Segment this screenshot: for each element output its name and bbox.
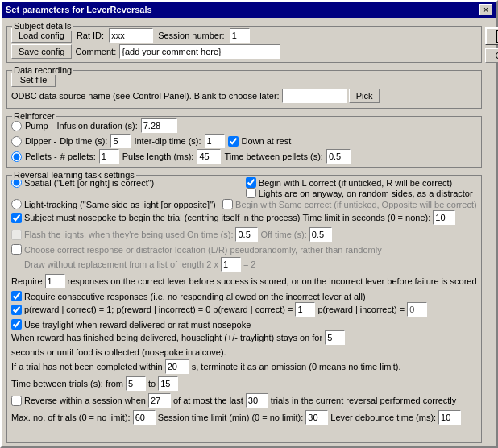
left-column: Subject details Load config Rat ID: Sess… (6, 21, 482, 443)
time-between-from-input[interactable] (126, 376, 146, 391)
dip-time-input[interactable] (110, 134, 131, 148)
off-time-label: Off time (s): (260, 230, 306, 239)
reverse-within-checkbox[interactable] (11, 396, 22, 406)
close-button[interactable]: × (479, 4, 492, 15)
session-number-label: Session number: (158, 31, 225, 40)
rat-id-input[interactable] (109, 28, 153, 43)
odbc-row: ODBC data source name (see Control Panel… (11, 89, 477, 103)
infusion-duration-input[interactable] (141, 118, 177, 133)
consecutive-checkbox[interactable] (11, 291, 22, 301)
pick-button[interactable]: Pick (349, 89, 380, 103)
set-file-row: Set file (11, 73, 477, 87)
p-reward-incorrect-input[interactable] (407, 302, 427, 317)
save-config-button[interactable]: Save config (11, 44, 72, 59)
time-between-pellets-input[interactable] (326, 149, 351, 164)
right-column: OK Cancel (485, 21, 498, 443)
ok-button[interactable]: OK (485, 27, 498, 45)
p-reward-correct-input[interactable] (295, 302, 315, 317)
num-pellets-input[interactable] (99, 149, 119, 164)
lights-on-checkbox[interactable] (246, 188, 256, 198)
inter-dip-input[interactable] (205, 134, 225, 148)
odbc-input[interactable] (282, 89, 347, 103)
infusion-duration-label: Infusion duration (s): (56, 121, 137, 131)
window-title: Set parameters for LeverReversals (6, 5, 152, 15)
session-number-input[interactable] (230, 28, 250, 43)
consecutive-label: Require consecutive responses (i.e. no r… (24, 292, 366, 301)
bottom-settings-row: Max. no. of trials (0 = no limit): Sessi… (11, 410, 477, 425)
data-recording-group: Data recording Set file ODBC data source… (6, 70, 482, 109)
draw-without-label: Draw without replacement from a list of … (24, 259, 218, 269)
flash-lights-checkbox[interactable] (11, 230, 22, 240)
houselight-input[interactable] (325, 330, 345, 345)
pump-label: Pump - (25, 121, 53, 131)
begin-same-correct-label: Begin with Same correct (if unticked, Op… (235, 200, 477, 209)
flash-lights-label: Flash the lights, when they're being use… (24, 230, 185, 239)
pulse-length-label: Pulse length (ms): (122, 151, 194, 161)
begin-l-correct-checkbox[interactable] (246, 177, 256, 188)
pulse-length-input[interactable] (197, 149, 221, 164)
subject-row1: Load config Rat ID: Session number: (11, 28, 477, 43)
traylight-row: Use traylight when reward delivered or r… (11, 319, 477, 330)
debounce-input[interactable] (438, 410, 461, 425)
comment-label: Comment: (75, 47, 116, 56)
reversal-label: Reversal learning task settings (12, 170, 136, 180)
omission-suffix: s, terminate it as an omission (0 means … (192, 362, 401, 371)
nosepoke-row: Subject must nosepoke to begin the trial… (11, 210, 477, 225)
choose-correct-row: Choose correct response or distractor lo… (11, 244, 477, 255)
houselight-suffix: seconds or until food is collected (nose… (11, 347, 226, 357)
ok-btn-wrapper: OK (485, 27, 498, 45)
max-trials-input[interactable] (133, 410, 156, 425)
odbc-label: ODBC data source name (see Control Panel… (11, 91, 280, 101)
reverse-most-input[interactable] (246, 393, 268, 408)
pump-radio[interactable] (11, 121, 22, 131)
begin-same-correct-row: Begin with Same correct (if unticked, Op… (222, 199, 477, 209)
time-between-to-input[interactable] (158, 376, 178, 391)
p-reward-row: p(reward | correct) = 1; p(reward | inco… (11, 302, 477, 317)
flash-lights-row: Flash the lights, when they're being use… (11, 227, 477, 242)
require-input[interactable] (45, 274, 65, 288)
reinforcer-group: Reinforcer Pump - Infusion duration (s):… (6, 116, 482, 168)
session-time-input[interactable] (305, 410, 328, 425)
choose-correct-label: Choose correct response or distractor lo… (24, 245, 382, 255)
omission-input[interactable] (165, 359, 189, 374)
houselight-row: When reward has finished being delivered… (11, 330, 477, 345)
off-time-input[interactable] (309, 227, 332, 242)
reversal-top-row: Spatial ("Left [or right] is correct") B… (11, 177, 477, 198)
light-tracking-radio[interactable] (11, 199, 22, 209)
main-content: Subject details Load config Rat ID: Sess… (2, 18, 496, 446)
lights-on-row: Lights are on anyway, on random sides, a… (246, 188, 477, 198)
reversal-right: Begin with L correct (if unticked, R wil… (246, 177, 477, 198)
nosepoke-checkbox[interactable] (11, 213, 22, 223)
pump-row: Pump - Infusion duration (s): (11, 118, 477, 133)
begin-same-correct-checkbox[interactable] (222, 199, 233, 209)
reverse-when-input[interactable] (148, 393, 171, 408)
reverse-suffix: trials in the current reversal performed… (271, 396, 456, 405)
pellets-radio[interactable] (11, 151, 22, 162)
light-tracking-radio-row: Light-tracking ("Same side as light [or … (11, 199, 219, 209)
require-label: Require (11, 276, 43, 286)
down-at-rest-label: Down at rest (242, 136, 292, 146)
draw-equals: = 2 (243, 259, 256, 269)
down-at-rest-checkbox[interactable] (228, 136, 239, 147)
main-window: Set parameters for LeverReversals × Subj… (0, 0, 498, 448)
p-reward-correct-detail: p(reward | correct) = (213, 305, 293, 314)
session-time-label: Session time limit (min) (0 = no limit): (158, 413, 304, 422)
rat-id-label: Rat ID: (77, 31, 104, 40)
choose-correct-checkbox[interactable] (11, 244, 22, 255)
traylight-checkbox[interactable] (11, 319, 22, 330)
subject-details-group: Subject details Load config Rat ID: Sess… (6, 26, 482, 63)
time-limit-input[interactable] (433, 210, 455, 225)
pellets-label: Pellets - (25, 151, 57, 161)
draw-input[interactable] (221, 257, 241, 272)
time-limit-label: Time limit in seconds (0 = none): (302, 213, 430, 222)
debounce-label: Lever debounce time (ms): (330, 413, 436, 422)
dipper-label: Dipper - (25, 136, 56, 146)
comment-input[interactable] (119, 44, 280, 59)
dipper-radio[interactable] (11, 136, 22, 147)
cancel-button[interactable]: Cancel (485, 48, 498, 63)
houselight-suffix-row: seconds or until food is collected (nose… (11, 347, 477, 357)
num-pellets-label: # pellets: (60, 151, 96, 161)
p-reward-checkbox[interactable] (11, 305, 22, 315)
reverse-within-row: Reverse within a session when of at most… (11, 393, 477, 408)
on-time-input[interactable] (235, 227, 258, 242)
